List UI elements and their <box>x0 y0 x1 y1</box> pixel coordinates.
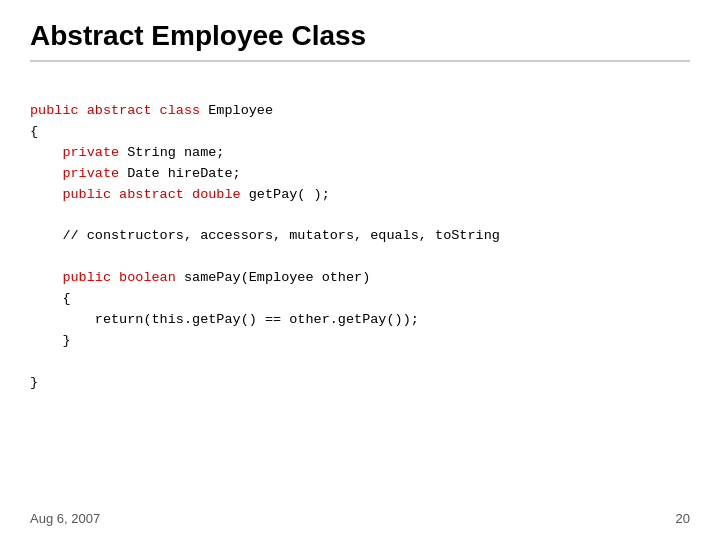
code-line-8 <box>30 249 38 264</box>
code-block: public abstract class Employee { private… <box>30 80 690 415</box>
code-line-14: } <box>30 375 38 390</box>
code-line-6 <box>30 208 38 223</box>
code-line-12: } <box>30 333 71 348</box>
slide-title: Abstract Employee Class <box>30 20 690 62</box>
footer-date: Aug 6, 2007 <box>30 511 100 526</box>
code-line-2: { <box>30 124 38 139</box>
code-line-10: { <box>30 291 71 306</box>
code-line-7: // constructors, accessors, mutators, eq… <box>30 228 500 243</box>
slide: Abstract Employee Class public abstract … <box>0 0 720 540</box>
footer: Aug 6, 2007 20 <box>30 511 690 526</box>
code-line-3: private String name; <box>30 145 224 160</box>
code-line-1: public abstract class Employee <box>30 103 273 118</box>
code-line-11: return(this.getPay() == other.getPay()); <box>30 312 419 327</box>
code-line-5: public abstract double getPay( ); <box>30 187 330 202</box>
code-line-4: private Date hireDate; <box>30 166 241 181</box>
code-line-13 <box>30 354 38 369</box>
footer-page: 20 <box>676 511 690 526</box>
code-line-9: public boolean samePay(Employee other) <box>30 270 370 285</box>
